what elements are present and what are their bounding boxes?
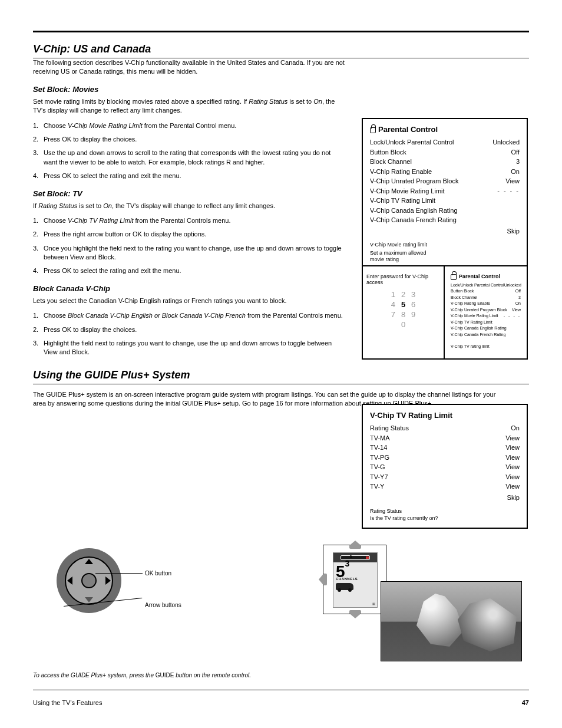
menu-line: TV-PGView	[370, 453, 520, 463]
football-photo	[381, 581, 522, 661]
tv-step-2: 2.Press the right arrow button or OK to …	[33, 230, 345, 239]
guide-preview-figure: 531 CHANNELS ▦	[323, 545, 523, 663]
menu-line: V-Chip TV Rating Limit	[451, 319, 521, 326]
intro-text: The following section describes V-Chip f…	[33, 58, 345, 77]
arrow-left-icon	[67, 577, 72, 585]
guide-panel-header	[333, 553, 377, 562]
menu3-skip: Skip	[507, 493, 520, 503]
menu-line: Block Channel3	[451, 295, 521, 301]
guide-rule	[33, 384, 529, 384]
menu-line: V-Chip Rating EnableOn	[451, 301, 521, 307]
footer: Using the TV's Features 47	[33, 699, 529, 706]
tv-step-4: 4.Press OK to select the rating and exit…	[33, 266, 345, 275]
menu3-title: V-Chip TV Rating Limit	[370, 411, 520, 420]
menu-line: TV-14View	[370, 443, 520, 453]
menu1-sub2: Set a maximum allowed movie rating	[370, 250, 520, 263]
menu1-sub1: V-Chip Movie rating limit	[370, 242, 520, 249]
keypad-6: 6	[411, 300, 415, 309]
menu2-right: Parental Control Lock/Unlock Parental Co…	[445, 266, 527, 358]
thumbstick-figure: OK button Arrow buttons	[57, 548, 304, 613]
movies-step-3: 3.Use the up and down arrows to scroll t…	[33, 149, 345, 167]
tv-step-3: 3.Once you highlight the field next to t…	[33, 244, 345, 262]
menu2-title: Parental Control	[451, 274, 521, 280]
menu-line: Lock/Unlock Parental ControlUnlocked	[451, 282, 521, 289]
arrow-down-icon	[85, 597, 93, 602]
menu-line: V-Chip Canada English Rating	[451, 325, 521, 332]
menu-line: TV-MAView	[370, 433, 520, 443]
menu-line: V-Chip Unrated Program BlockView	[370, 176, 520, 186]
menu-line: V-Chip Canada French Rating	[370, 215, 520, 225]
password-title: Enter password for V-Chip access	[366, 274, 440, 285]
guide-caption: To access the GUIDE Plus+ system, press …	[33, 672, 251, 678]
menu-line: V-Chip Movie Rating Limit- - - -	[370, 186, 520, 196]
menu-line: Lock/Unlock Parental ControlUnlocked	[370, 137, 520, 147]
menu-line: V-Chip Movie Rating Limit- - - -	[451, 313, 521, 319]
menu-line: Button BlockOff	[370, 147, 520, 157]
menu3-sub: Rating Status Is the TV rating currently…	[370, 508, 520, 522]
guide-arrow-up-icon	[349, 541, 361, 549]
lock-icon	[370, 127, 376, 133]
menu-panel-tv-rating: V-Chip TV Rating Limit Rating StatusOnTV…	[362, 404, 528, 529]
menu-line: V-Chip Unrated Program BlockView	[451, 307, 521, 314]
keypad-8: 8	[401, 310, 405, 319]
footer-section-label: Using the TV's Features	[33, 699, 102, 706]
menu1-skip: Skip	[507, 226, 520, 236]
arrow-right-icon	[105, 577, 111, 585]
canada-step-1: 1.Choose Block Canada V-Chip English or …	[33, 311, 345, 320]
keypad-5: 5	[401, 300, 405, 309]
footer-rule	[33, 690, 529, 690]
callout-ok: OK button	[145, 569, 171, 577]
menu-line: Button BlockOff	[451, 288, 521, 295]
menu-line: TV-GView	[370, 462, 520, 472]
keypad-3: 3	[411, 290, 415, 299]
movies-step-2: 2.Press OK to display the choices.	[33, 135, 345, 144]
rule-thick	[33, 31, 529, 32]
keypad-2: 2	[401, 290, 405, 299]
guide-arrow-left-icon	[319, 574, 327, 585]
canada-step-2: 2.Press OK to display the choices.	[33, 325, 345, 334]
callout-arrows: Arrow buttons	[145, 601, 181, 609]
page-number: 47	[522, 699, 529, 706]
menu-line: Block Channel3	[370, 157, 520, 167]
menu-panel-parental-1: Parental Control Lock/Unlock Parental Co…	[362, 118, 528, 271]
guide-channel-big: 531	[336, 565, 352, 578]
menu2-sub: V-Chip TV rating limit	[451, 344, 521, 349]
section-title-guide: Using the GUIDE Plus+ System	[33, 369, 529, 381]
movies-step-4: 4.Press OK to select the rating and exit…	[33, 172, 345, 180]
header-rule	[33, 31, 529, 32]
password-pad: Enter password for V-Chip access 123 456…	[363, 266, 445, 358]
tv-p1: If Rating Status is set to On, the TV's …	[33, 202, 345, 210]
callout-line-ok	[95, 573, 143, 574]
section-title-vchip: V-Chip: US and Canada	[33, 43, 529, 55]
movies-step-1: 1.Choose V-Chip Movie Rating Limit from …	[33, 121, 345, 130]
menu-line: TV-Y7View	[370, 472, 520, 482]
tv-step-1: 1.Choose V-Chip TV Rating Limit from the…	[33, 216, 345, 225]
guide-arrow-down-icon	[349, 610, 361, 618]
menu-line: V-Chip Canada French Rating	[451, 332, 521, 338]
menu-line: Rating StatusOn	[370, 423, 520, 433]
menu1-title: Parental Control	[370, 125, 520, 134]
menu-line: V-Chip Rating EnableOn	[370, 167, 520, 177]
arrow-up-icon	[85, 559, 93, 564]
canada-step-3: 3.Highlight the field next to ratings yo…	[33, 339, 345, 357]
menu-line: V-Chip TV Rating Limit	[370, 196, 520, 206]
guide-box: 531 CHANNELS ▦	[323, 545, 386, 614]
movies-p1: Set movie rating limits by blocking movi…	[33, 97, 345, 116]
keypad-9: 9	[411, 310, 415, 319]
guide-panel: 531 CHANNELS ▦	[333, 552, 378, 608]
menu-panel-password: Enter password for V-Chip access 123 456…	[362, 265, 528, 360]
lock-icon-2	[451, 274, 457, 280]
canada-p1: Lets you select the Canadian V-Chip Engl…	[33, 297, 345, 305]
menu-line: TV-YView	[370, 482, 520, 492]
guide-logo: ▦	[372, 602, 375, 605]
subtitle-movies: Set Block: Movies	[33, 85, 529, 94]
keypad-0: 0	[401, 320, 405, 329]
menu-line: V-Chip Canada English Rating	[370, 206, 520, 216]
keypad-1: 1	[391, 290, 395, 299]
keypad-7: 7	[391, 310, 395, 319]
keypad-4: 4	[391, 300, 395, 309]
car-icon	[336, 583, 353, 590]
